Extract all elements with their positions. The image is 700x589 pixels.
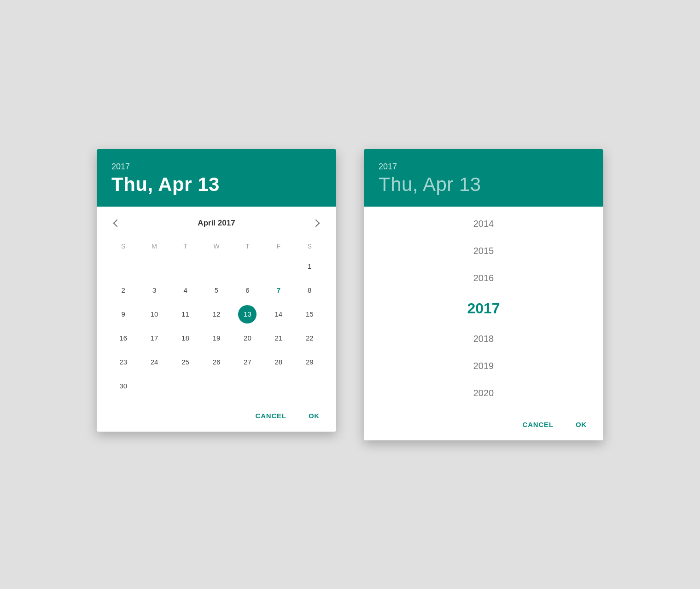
day-cell: 29 [294, 350, 325, 374]
day-button-18[interactable]: 18 [176, 329, 195, 347]
day-header-s1: S [108, 240, 139, 253]
year-actions: CANCEL OK [364, 410, 603, 440]
day-button-16[interactable]: 16 [114, 329, 133, 347]
calendar-ok-button[interactable]: OK [299, 407, 329, 424]
month-year-label: April 2017 [198, 219, 235, 228]
day-cell: 11 [170, 302, 201, 326]
day-cell: 23 [108, 350, 139, 374]
day-cell: 27 [232, 350, 263, 374]
day-button-3[interactable]: 3 [145, 281, 163, 300]
year-header-date: Thu, Apr 13 [379, 173, 589, 196]
day-button-4[interactable]: 4 [176, 281, 195, 300]
year-dialog: 2017 Thu, Apr 13 20142015201620172018201… [364, 149, 603, 440]
day-button-19[interactable]: 19 [207, 329, 226, 347]
day-cell: 1 [294, 254, 325, 278]
day-cell: 30 [108, 374, 139, 398]
day-button-12[interactable]: 12 [207, 305, 226, 323]
day-button-8[interactable]: 8 [300, 281, 319, 300]
day-cell [232, 254, 263, 278]
year-item-2018[interactable]: 2018 [364, 325, 603, 352]
day-cell: 3 [139, 278, 169, 302]
day-button-26[interactable]: 26 [207, 353, 226, 371]
day-button-24[interactable]: 24 [145, 353, 163, 371]
calendar-dialog: 2017 Thu, Apr 13 April 2017 S M T W T [97, 149, 336, 432]
dialogs-container: 2017 Thu, Apr 13 April 2017 S M T W T [78, 112, 622, 477]
day-cell: 20 [232, 326, 263, 350]
day-header-t2: T [232, 240, 263, 253]
day-button-28[interactable]: 28 [269, 353, 288, 371]
day-button-27[interactable]: 27 [238, 353, 257, 371]
day-cell: 14 [263, 302, 294, 326]
day-cell: 13 [232, 302, 263, 326]
day-cell [232, 374, 263, 398]
day-header-s2: S [294, 240, 325, 253]
next-month-button[interactable] [307, 214, 325, 232]
day-cell [201, 254, 232, 278]
day-cell: 4 [170, 278, 201, 302]
day-button-23[interactable]: 23 [114, 353, 133, 371]
day-cell: 10 [139, 302, 169, 326]
day-cell: 6 [232, 278, 263, 302]
day-cell [170, 254, 201, 278]
day-cell: 7 [263, 278, 294, 302]
day-cell: 24 [139, 350, 169, 374]
day-cell: 17 [139, 326, 169, 350]
day-button-14[interactable]: 14 [269, 305, 288, 323]
year-header: 2017 Thu, Apr 13 [364, 149, 603, 207]
day-button-9[interactable]: 9 [114, 305, 133, 323]
day-cell: 8 [294, 278, 325, 302]
day-button-15[interactable]: 15 [300, 305, 319, 323]
day-header-w: W [201, 240, 232, 253]
day-cell [108, 254, 139, 278]
calendar-year: 2017 [111, 162, 321, 172]
calendar-grid: S M T W T F S 12345678910111213141516171… [108, 240, 325, 398]
day-cell: 2 [108, 278, 139, 302]
day-header-m: M [139, 240, 169, 253]
day-button-13[interactable]: 13 [238, 305, 257, 323]
day-button-30[interactable]: 30 [114, 377, 133, 395]
day-button-1[interactable]: 1 [300, 257, 319, 276]
year-item-2019[interactable]: 2019 [364, 352, 603, 380]
chevron-left-icon [113, 219, 121, 227]
day-headers: S M T W T F S [108, 240, 325, 253]
year-cancel-button[interactable]: CANCEL [513, 416, 563, 433]
day-button-25[interactable]: 25 [176, 353, 195, 371]
day-button-10[interactable]: 10 [145, 305, 163, 323]
prev-month-button[interactable] [108, 214, 126, 232]
day-cell: 9 [108, 302, 139, 326]
calendar-actions: CANCEL OK [97, 402, 336, 432]
day-cell: 18 [170, 326, 201, 350]
year-header-year: 2017 [379, 162, 589, 172]
day-cell: 28 [263, 350, 294, 374]
day-cell [263, 254, 294, 278]
day-button-11[interactable]: 11 [176, 305, 195, 323]
day-header-t1: T [170, 240, 201, 253]
day-button-20[interactable]: 20 [238, 329, 257, 347]
day-button-7[interactable]: 7 [269, 281, 288, 300]
day-button-17[interactable]: 17 [145, 329, 163, 347]
calendar-body: April 2017 S M T W T F S 123456789101112… [97, 207, 336, 402]
day-cell: 25 [170, 350, 201, 374]
year-item-2017[interactable]: 2017 [364, 292, 603, 325]
calendar-cancel-button[interactable]: CANCEL [246, 407, 296, 424]
year-picker-body: 2014201520162017201820192020 [364, 207, 603, 410]
year-item-2020[interactable]: 2020 [364, 380, 603, 407]
year-item-2014[interactable]: 2014 [364, 210, 603, 237]
day-cell [170, 374, 201, 398]
day-cell [139, 374, 169, 398]
day-button-22[interactable]: 22 [300, 329, 319, 347]
day-header-f: F [263, 240, 294, 253]
days-grid: 1234567891011121314151617181920212223242… [108, 254, 325, 398]
year-item-2015[interactable]: 2015 [364, 237, 603, 265]
year-ok-button[interactable]: OK [566, 416, 596, 433]
day-cell [294, 374, 325, 398]
day-button-5[interactable]: 5 [207, 281, 226, 300]
day-button-21[interactable]: 21 [269, 329, 288, 347]
day-cell [201, 374, 232, 398]
year-item-2016[interactable]: 2016 [364, 265, 603, 292]
day-button-6[interactable]: 6 [238, 281, 257, 300]
day-button-2[interactable]: 2 [114, 281, 133, 300]
calendar-header: 2017 Thu, Apr 13 [97, 149, 336, 207]
day-cell: 19 [201, 326, 232, 350]
day-button-29[interactable]: 29 [300, 353, 319, 371]
